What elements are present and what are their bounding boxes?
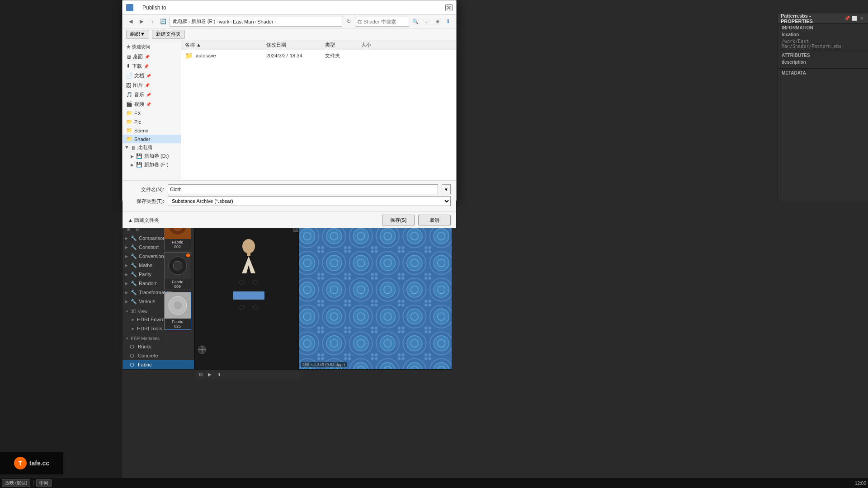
file-name-autosave: 📁 .autosave [181,52,263,59]
sidebar-documents-icon: 📄 [126,73,132,79]
3d-view-bottom-toolbar: ⊡ ▶ ⏸ [195,369,302,379]
breadcrumb-work: work [219,19,229,24]
dialog-toolbar2: 组织▼ 新建文件夹 [123,28,456,40]
taskbar: 放映 (默认) 中间 12:00 [0,478,868,488]
sidebar-desktop[interactable]: 🖥 桌面 📌 [123,52,181,61]
3d-compass [198,345,207,356]
attr-description-label: description [782,60,864,65]
metadata-label: METADATA [782,70,864,75]
properties-pin-btn[interactable]: 📌 [844,15,851,22]
taskbar-item-1[interactable]: 中间 [36,479,52,487]
sidebar-thispc[interactable]: ▶ 🖥 此电脑 [123,143,181,152]
3d-toolbar-btn2[interactable]: ▶ [206,371,214,379]
cancel-button[interactable]: 取消 [418,215,451,225]
toolbar-view2-btn[interactable]: ⊞ [433,17,442,26]
sidebar-ex-icon: 📁 [126,110,132,116]
collapse-label[interactable]: ▲ 隐藏文件夹 [128,217,378,224]
col-header-size[interactable]: 大小 [358,42,385,48]
toolbar-search-btn[interactable]: 🔍 [411,17,420,26]
lib-icon-conversion: 🔧 [131,253,137,259]
sidebar-video-icon: 🎬 [126,101,132,107]
lib-icon-comparison: 🔧 [131,235,137,241]
lib-label-pbr: PBR Materials [131,336,160,341]
breadcrumb-drive: 新加卷 (E:) [191,18,216,25]
taskbar-item-0[interactable]: 放映 (默认) [2,479,30,487]
drivee-icon: 💾 [136,162,142,168]
sidebar-drive-e[interactable]: ▶ 💾 新加卷 (E:) [123,160,181,169]
nav-back-btn[interactable]: ◀ [126,17,135,26]
properties-close-btn[interactable]: ✕ [858,15,865,22]
lib-icon-parity: 🔧 [131,272,137,277]
sidebar-music[interactable]: 🎵 音乐 📌 [123,90,181,99]
organize-btn[interactable]: 组织▼ [126,30,149,39]
taskbar-clock: 12:00 [855,481,866,486]
toolbar-view-btn[interactable]: ≡ [422,17,431,26]
sidebar-video-label: 视频 [134,101,144,108]
filelist-header: 名称 ▲ 修改日期 类型 大小 [181,40,456,50]
sidebar-pictures-icon: 🖼 [126,83,131,88]
svg-point-8 [173,301,182,310]
lib-label-fabric: Fabric [138,362,152,367]
lib-arrow-parity: ▶ [125,272,129,277]
sidebar-desktop-label: 桌面 [133,53,143,60]
thispc-icon: 🖥 [131,145,136,150]
metadata-section: METADATA [778,69,868,79]
lib-arrow-transformation: ▶ [125,291,129,295]
file-search-input[interactable] [355,17,409,27]
filename-input[interactable] [168,184,438,194]
toolbar-info-btn[interactable]: ℹ [443,17,453,26]
lib-item-fabric[interactable]: ⬡ Fabric [123,360,194,369]
sidebar-ex[interactable]: 📁 EX [123,109,181,117]
2d-view-content: 268 × 1,345 (0.64 dppr) [299,223,452,369]
nav-up-btn[interactable]: ↑ [148,17,157,26]
filename-dropdown-btn[interactable]: ▼ [442,184,451,194]
sidebar-scene[interactable]: 📁 Scene [123,126,181,135]
properties-panel-header: Pattern.sbs - PROPERTIES 📌 ⬜ ✕ [778,14,868,23]
dialog-title: Publish to [142,5,445,11]
sidebar-documents-label: 文档 [134,72,144,79]
fabric-thumb-009[interactable]: Fabric009 [164,252,191,290]
svg-rect-12 [237,341,246,355]
sidebar-ex-label: EX [134,111,141,116]
svg-rect-11 [233,291,264,300]
dialog-close-btn[interactable]: ✕ [445,4,453,11]
file-autosave-label: .autosave [194,53,216,58]
toolbar-refresh2[interactable]: ↻ [344,17,353,26]
lib-label-parity: Parity [139,272,151,277]
lib-arrow-random: ▶ [125,282,129,286]
sidebar-documents[interactable]: 📄 文档 📌 [123,71,181,80]
save-button[interactable]: 保存(S) [382,215,415,225]
properties-title: Pattern.sbs - PROPERTIES [781,13,844,24]
dialog-body: ★ 快速访问 🖥 桌面 📌 ⬇ 下载 📌 📄 文档 📌 🖼 图片 📌 [123,40,456,180]
dialog-app-icon [126,4,133,11]
sidebar-drive-d[interactable]: ▶ 💾 新加卷 (D:) [123,152,181,160]
svg-rect-13 [251,341,260,355]
3d-toolbar-btn3[interactable]: ⏸ [215,371,223,379]
sidebar-video[interactable]: 🎬 视频 📌 [123,99,181,109]
sidebar-desktop-icon: 🖥 [126,54,131,60]
nav-refresh-btn[interactable]: 🔄 [159,17,168,26]
sidebar-downloads[interactable]: ⬇ 下载 📌 [123,61,181,71]
properties-float-btn[interactable]: ⬜ [851,15,858,22]
filetype-select[interactable]: Substance Archive (*.sbsar) [168,196,451,206]
3d-toolbar-btn1[interactable]: ⊡ [197,371,205,379]
file-row-autosave[interactable]: 📁 .autosave 2024/3/27 18:34 文件夹 [181,50,456,61]
drived-icon: 💾 [136,153,142,159]
fabric-thumbnail-list: Fabric002 Fabric009 Fabric025 [160,212,194,357]
col-header-type[interactable]: 类型 [321,42,358,48]
nav-forward-btn[interactable]: ▶ [137,17,146,26]
col-header-name[interactable]: 名称 ▲ [181,42,263,48]
breadcrumb-computer: 此电脑 [173,18,188,25]
sidebar-shader[interactable]: 📁 Shader [123,135,181,143]
sidebar-pictures[interactable]: 🖼 图片 📌 [123,80,181,90]
breadcrumb-shader: Shader [257,19,273,24]
sidebar-scene-label: Scene [134,128,148,133]
watermark-icon: T [14,457,27,469]
lib-label-hdri-tools: HDRI Tools [137,326,162,331]
new-folder-btn[interactable]: 新建文件夹 [152,30,185,39]
lib-icon-maths: 🔧 [131,263,137,268]
col-header-date[interactable]: 修改日期 [263,42,321,48]
sidebar-pic[interactable]: 📁 Pic [123,117,181,126]
fabric-thumb-025[interactable]: Fabric025 [164,292,191,330]
lib-arrow-conversion: ▶ [125,254,129,258]
